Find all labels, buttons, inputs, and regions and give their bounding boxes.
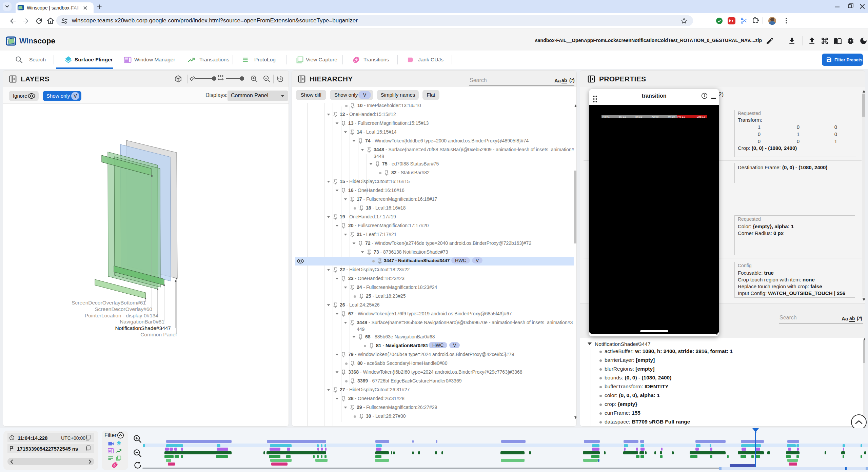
svg-text:NavigationBar0#81: NavigationBar0#81 — [120, 319, 164, 324]
svg-text:ScreenDecorOverlayBottom#61: ScreenDecorOverlayBottom#61 — [72, 300, 146, 306]
svg-text:NotificationShade#3447: NotificationShade#3447 — [115, 325, 171, 331]
svg-text:Common Panel: Common Panel — [140, 332, 177, 337]
svg-text:ScreenDecorOverlay#60: ScreenDecorOverlay#60 — [95, 306, 152, 312]
svg-text:PointerLocation - display 0#13: PointerLocation - display 0#134 — [85, 313, 159, 318]
